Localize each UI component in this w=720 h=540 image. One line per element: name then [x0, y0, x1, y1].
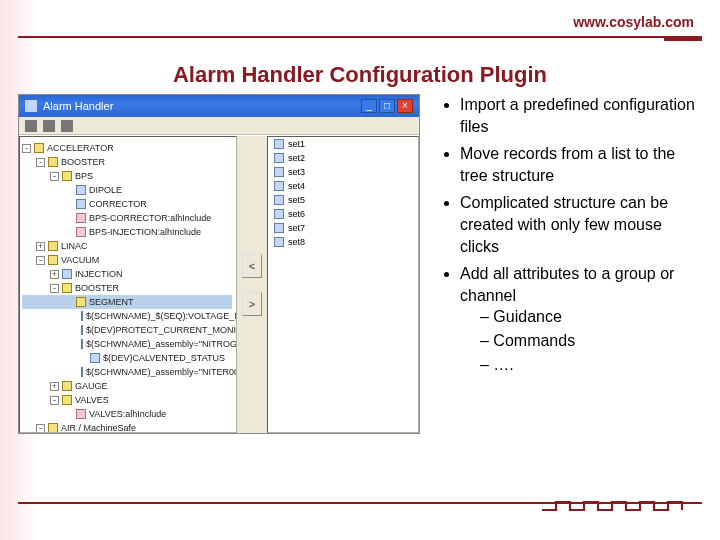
tree-expand-icon[interactable]: -: [50, 396, 59, 405]
window-titlebar: Alarm Handler _ □ ×: [19, 95, 419, 117]
tree-node-label: DIPOLE: [89, 183, 122, 197]
tree-expand-icon[interactable]: -: [50, 172, 59, 181]
tree-node[interactable]: SEGMENT: [22, 295, 232, 309]
tree-node[interactable]: $(SCHWNAME)_assembly="NITER002SWITCH": [22, 365, 232, 379]
list-item-label: set4: [288, 179, 305, 193]
list-item-icon: [274, 195, 284, 205]
close-button[interactable]: ×: [397, 99, 413, 113]
maximize-button[interactable]: □: [379, 99, 395, 113]
tree-node-label: $(DEV)CALVENTED_STATUS: [103, 351, 225, 365]
tree-node[interactable]: -VACUUM: [22, 253, 232, 267]
list-item-label: set6: [288, 207, 305, 221]
list-item-label: set1: [288, 137, 305, 151]
tree-node-icon: [76, 185, 86, 195]
list-item-icon: [274, 139, 284, 149]
bullet-item: Import a predefined configuration files: [460, 94, 702, 137]
tree-node-label: SEGMENT: [89, 295, 134, 309]
tree-node-icon: [76, 199, 86, 209]
crenellation-icon: [542, 500, 702, 520]
list-item-label: set7: [288, 221, 305, 235]
window-toolbar: [19, 117, 419, 135]
toolbar-icon[interactable]: [61, 120, 73, 132]
tree-node-icon: [81, 367, 83, 377]
tree-node-label: ACCELERATOR: [47, 141, 114, 155]
bullet-item: Add all attributes to a group or channel…: [460, 263, 702, 375]
tree-expand-icon[interactable]: -: [50, 284, 59, 293]
list-item[interactable]: set7: [268, 221, 418, 235]
list-item-label: set8: [288, 235, 305, 249]
tree-node-label: INJECTION: [75, 267, 123, 281]
minimize-button[interactable]: _: [361, 99, 377, 113]
tree-node[interactable]: $(DEV)PROTECT_CURRENT_MONITOR: [22, 323, 232, 337]
tree-node-label: AIR / MachineSafe: [61, 421, 136, 433]
tree-node-icon: [76, 409, 86, 419]
tree-node-icon: [76, 227, 86, 237]
tree-node-icon: [81, 339, 83, 349]
tree-node[interactable]: -VALVES: [22, 393, 232, 407]
tree-node-icon: [62, 381, 72, 391]
tree-node[interactable]: DIPOLE: [22, 183, 232, 197]
tree-node-label: LINAC: [61, 239, 88, 253]
tree-expand-icon[interactable]: -: [22, 144, 31, 153]
tree-node[interactable]: -AIR / MachineSafe: [22, 421, 232, 433]
tree-node-label: VALVES: [75, 393, 109, 407]
bullet-item: Move records from a list to the tree str…: [460, 143, 702, 186]
tree-node[interactable]: -ACCELERATOR: [22, 141, 232, 155]
tree-node[interactable]: -BOOSTER: [22, 281, 232, 295]
list-item[interactable]: set8: [268, 235, 418, 249]
tree-node[interactable]: -BOOSTER: [22, 155, 232, 169]
bullet-list: Import a predefined configuration files …: [440, 94, 702, 480]
tree-node[interactable]: BPS-INJECTION:alhInclude: [22, 225, 232, 239]
transfer-pane: < >: [237, 136, 267, 433]
tree-node-icon: [62, 395, 72, 405]
list-item-label: set5: [288, 193, 305, 207]
list-item[interactable]: set1: [268, 137, 418, 151]
toolbar-icon[interactable]: [43, 120, 55, 132]
tree-node[interactable]: +LINAC: [22, 239, 232, 253]
move-left-button[interactable]: <: [242, 254, 262, 278]
slide-title: Alarm Handler Configuration Plugin: [0, 62, 720, 88]
tree-node-label: $(SCHWNAME)_$(SEQ):VOLTAGE_MONITOR: [86, 309, 237, 323]
tree-pane[interactable]: -ACCELERATOR-BOOSTER-BPSDIPOLECORRECTORB…: [19, 136, 237, 433]
toolbar-icon[interactable]: [25, 120, 37, 132]
tree-node[interactable]: BPS-CORRECTOR:alhInclude: [22, 211, 232, 225]
list-item-icon: [274, 153, 284, 163]
tree-node-icon: [62, 269, 72, 279]
tree-node-icon: [34, 143, 44, 153]
tree-node-label: VALVES:alhInclude: [89, 407, 166, 421]
tree-node-label: BOOSTER: [75, 281, 119, 295]
tree-node[interactable]: $(SCHWNAME)_assembly="NITROGENSWITCH": [22, 337, 232, 351]
tree-expand-icon[interactable]: -: [36, 158, 45, 167]
list-item[interactable]: set6: [268, 207, 418, 221]
tree-node-label: BPS-CORRECTOR:alhInclude: [89, 211, 211, 225]
list-item[interactable]: set4: [268, 179, 418, 193]
tree-node[interactable]: CORRECTOR: [22, 197, 232, 211]
tree-node[interactable]: $(SCHWNAME)_$(SEQ):VOLTAGE_MONITOR: [22, 309, 232, 323]
tree-expand-icon[interactable]: +: [36, 242, 45, 251]
tree-node[interactable]: -BPS: [22, 169, 232, 183]
tree-node-label: $(DEV)PROTECT_CURRENT_MONITOR: [86, 323, 237, 337]
tree-node[interactable]: $(DEV)CALVENTED_STATUS: [22, 351, 232, 365]
list-item-icon: [274, 237, 284, 247]
tree-expand-icon[interactable]: -: [36, 424, 45, 433]
list-item[interactable]: set5: [268, 193, 418, 207]
tree-node-label: GAUGE: [75, 379, 108, 393]
tree-node[interactable]: VALVES:alhInclude: [22, 407, 232, 421]
tree-node-label: BPS-INJECTION:alhInclude: [89, 225, 201, 239]
list-item-label: set3: [288, 165, 305, 179]
list-item[interactable]: set3: [268, 165, 418, 179]
list-item[interactable]: set2: [268, 151, 418, 165]
top-rule: [18, 36, 702, 38]
tree-expand-icon[interactable]: +: [50, 382, 59, 391]
tree-node[interactable]: +GAUGE: [22, 379, 232, 393]
tree-expand-icon[interactable]: +: [50, 270, 59, 279]
tree-node-icon: [81, 311, 83, 321]
list-pane[interactable]: set1set2set3set4set5set6set7set8: [267, 136, 419, 433]
tree-node-label: BPS: [75, 169, 93, 183]
list-item-icon: [274, 223, 284, 233]
list-item-label: set2: [288, 151, 305, 165]
tree-node-icon: [90, 353, 100, 363]
tree-expand-icon[interactable]: -: [36, 256, 45, 265]
move-right-button[interactable]: >: [242, 292, 262, 316]
tree-node[interactable]: +INJECTION: [22, 267, 232, 281]
